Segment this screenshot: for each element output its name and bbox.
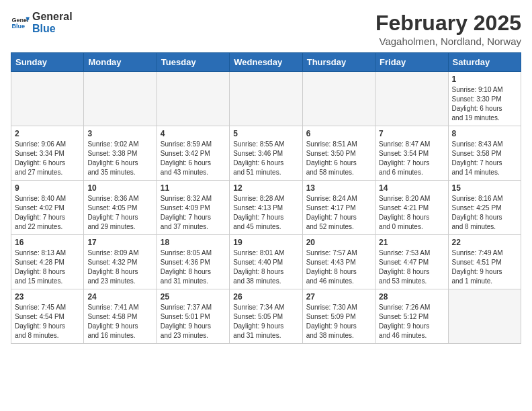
day-info: Sunrise: 8:09 AM Sunset: 4:32 PM Dayligh…: [87, 248, 152, 286]
day-number: 12: [233, 183, 298, 193]
calendar-cell: [448, 289, 521, 344]
day-info: Sunrise: 7:53 AM Sunset: 4:47 PM Dayligh…: [379, 248, 444, 286]
svg-text:Blue: Blue: [11, 23, 25, 30]
day-number: 20: [306, 238, 371, 247]
calendar-cell: 15Sunrise: 8:16 AM Sunset: 4:25 PM Dayli…: [448, 181, 521, 235]
day-number: 14: [379, 183, 444, 193]
week-row-2: 2Sunrise: 9:06 AM Sunset: 3:34 PM Daylig…: [11, 126, 521, 181]
calendar-cell: 11Sunrise: 8:32 AM Sunset: 4:09 PM Dayli…: [157, 181, 229, 235]
header: General Blue General Blue February 2025 …: [11, 11, 521, 47]
calendar-cell: 16Sunrise: 8:13 AM Sunset: 4:28 PM Dayli…: [11, 235, 84, 289]
calendar-cell: 18Sunrise: 8:05 AM Sunset: 4:36 PM Dayli…: [157, 235, 229, 289]
day-info: Sunrise: 8:51 AM Sunset: 3:50 PM Dayligh…: [306, 140, 371, 177]
calendar-cell: 13Sunrise: 8:24 AM Sunset: 4:17 PM Dayli…: [302, 181, 375, 235]
day-number: 24: [87, 292, 152, 302]
calendar-cell: 7Sunrise: 8:47 AM Sunset: 3:54 PM Daylig…: [375, 126, 448, 181]
calendar-cell: 1Sunrise: 9:10 AM Sunset: 3:30 PM Daylig…: [448, 72, 521, 126]
day-info: Sunrise: 8:05 AM Sunset: 4:36 PM Dayligh…: [161, 248, 226, 286]
calendar-cell: [157, 72, 229, 126]
day-number: 17: [87, 238, 152, 247]
day-info: Sunrise: 8:55 AM Sunset: 3:46 PM Dayligh…: [233, 140, 298, 177]
day-info: Sunrise: 8:28 AM Sunset: 4:13 PM Dayligh…: [233, 194, 298, 232]
calendar-cell: 21Sunrise: 7:53 AM Sunset: 4:47 PM Dayli…: [375, 235, 448, 289]
day-info: Sunrise: 7:37 AM Sunset: 5:01 PM Dayligh…: [161, 303, 226, 340]
day-info: Sunrise: 9:10 AM Sunset: 3:30 PM Dayligh…: [452, 85, 517, 123]
month-title: February 2025: [375, 11, 521, 36]
day-number: 9: [15, 183, 80, 193]
day-number: 19: [233, 238, 298, 247]
day-number: 15: [452, 183, 517, 193]
week-row-5: 23Sunrise: 7:45 AM Sunset: 4:54 PM Dayli…: [11, 289, 521, 344]
day-number: 5: [233, 129, 298, 138]
day-number: 2: [15, 129, 80, 138]
day-info: Sunrise: 7:30 AM Sunset: 5:09 PM Dayligh…: [306, 303, 371, 340]
day-info: Sunrise: 8:32 AM Sunset: 4:09 PM Dayligh…: [161, 194, 226, 232]
calendar-cell: 24Sunrise: 7:41 AM Sunset: 4:58 PM Dayli…: [84, 289, 157, 344]
calendar-cell: 10Sunrise: 8:36 AM Sunset: 4:05 PM Dayli…: [84, 181, 157, 235]
week-row-4: 16Sunrise: 8:13 AM Sunset: 4:28 PM Dayli…: [11, 235, 521, 289]
day-info: Sunrise: 9:02 AM Sunset: 3:38 PM Dayligh…: [87, 140, 152, 177]
day-number: 18: [161, 238, 226, 247]
day-number: 28: [379, 292, 444, 302]
day-info: Sunrise: 8:24 AM Sunset: 4:17 PM Dayligh…: [306, 194, 371, 232]
title-area: February 2025 Vagaholmen, Nordland, Norw…: [375, 11, 521, 47]
calendar-cell: 2Sunrise: 9:06 AM Sunset: 3:34 PM Daylig…: [11, 126, 84, 181]
day-number: 22: [452, 238, 517, 247]
day-info: Sunrise: 8:36 AM Sunset: 4:05 PM Dayligh…: [87, 194, 152, 232]
logo: General Blue General Blue: [11, 11, 73, 34]
day-of-week-wednesday: Wednesday: [230, 53, 302, 72]
day-number: 16: [15, 238, 80, 247]
day-of-week-saturday: Saturday: [448, 53, 521, 72]
calendar-cell: 20Sunrise: 7:57 AM Sunset: 4:43 PM Dayli…: [302, 235, 375, 289]
day-number: 25: [161, 292, 226, 302]
calendar-cell: 8Sunrise: 8:43 AM Sunset: 3:58 PM Daylig…: [448, 126, 521, 181]
calendar-cell: 14Sunrise: 8:20 AM Sunset: 4:21 PM Dayli…: [375, 181, 448, 235]
calendar-cell: 26Sunrise: 7:34 AM Sunset: 5:05 PM Dayli…: [230, 289, 302, 344]
calendar-cell: 17Sunrise: 8:09 AM Sunset: 4:32 PM Dayli…: [84, 235, 157, 289]
day-info: Sunrise: 9:06 AM Sunset: 3:34 PM Dayligh…: [15, 140, 80, 177]
day-number: 3: [87, 129, 152, 138]
calendar-cell: [11, 72, 84, 126]
day-number: 21: [379, 238, 444, 247]
calendar-cell: [84, 72, 157, 126]
day-number: 26: [233, 292, 298, 302]
day-info: Sunrise: 7:45 AM Sunset: 4:54 PM Dayligh…: [15, 303, 80, 340]
calendar-cell: 6Sunrise: 8:51 AM Sunset: 3:50 PM Daylig…: [302, 126, 375, 181]
day-info: Sunrise: 8:01 AM Sunset: 4:40 PM Dayligh…: [233, 248, 298, 286]
day-info: Sunrise: 8:59 AM Sunset: 3:42 PM Dayligh…: [161, 140, 226, 177]
day-number: 6: [306, 129, 371, 138]
day-info: Sunrise: 8:13 AM Sunset: 4:28 PM Dayligh…: [15, 248, 80, 286]
calendar-cell: 23Sunrise: 7:45 AM Sunset: 4:54 PM Dayli…: [11, 289, 84, 344]
day-number: 10: [87, 183, 152, 193]
calendar-cell: 22Sunrise: 7:49 AM Sunset: 4:51 PM Dayli…: [448, 235, 521, 289]
day-number: 13: [306, 183, 371, 193]
day-number: 7: [379, 129, 444, 138]
calendar-table: SundayMondayTuesdayWednesdayThursdayFrid…: [11, 52, 521, 344]
calendar-cell: 3Sunrise: 9:02 AM Sunset: 3:38 PM Daylig…: [84, 126, 157, 181]
day-info: Sunrise: 7:41 AM Sunset: 4:58 PM Dayligh…: [87, 303, 152, 340]
day-number: 4: [161, 129, 226, 138]
day-info: Sunrise: 8:43 AM Sunset: 3:58 PM Dayligh…: [452, 140, 517, 177]
calendar-cell: [302, 72, 375, 126]
calendar-cell: 27Sunrise: 7:30 AM Sunset: 5:09 PM Dayli…: [302, 289, 375, 344]
day-of-week-tuesday: Tuesday: [157, 53, 229, 72]
calendar-cell: 5Sunrise: 8:55 AM Sunset: 3:46 PM Daylig…: [230, 126, 302, 181]
day-of-week-monday: Monday: [84, 53, 157, 72]
day-of-week-friday: Friday: [375, 53, 448, 72]
day-info: Sunrise: 8:16 AM Sunset: 4:25 PM Dayligh…: [452, 194, 517, 232]
location-title: Vagaholmen, Nordland, Norway: [375, 36, 521, 47]
week-row-3: 9Sunrise: 8:40 AM Sunset: 4:02 PM Daylig…: [11, 181, 521, 235]
calendar-cell: 4Sunrise: 8:59 AM Sunset: 3:42 PM Daylig…: [157, 126, 229, 181]
day-info: Sunrise: 7:57 AM Sunset: 4:43 PM Dayligh…: [306, 248, 371, 286]
calendar-cell: 25Sunrise: 7:37 AM Sunset: 5:01 PM Dayli…: [157, 289, 229, 344]
day-info: Sunrise: 8:20 AM Sunset: 4:21 PM Dayligh…: [379, 194, 444, 232]
day-info: Sunrise: 7:49 AM Sunset: 4:51 PM Dayligh…: [452, 248, 517, 286]
calendar-cell: 12Sunrise: 8:28 AM Sunset: 4:13 PM Dayli…: [230, 181, 302, 235]
logo-icon: General Blue: [11, 13, 30, 32]
days-of-week-row: SundayMondayTuesdayWednesdayThursdayFrid…: [11, 53, 521, 72]
day-number: 27: [306, 292, 371, 302]
calendar-cell: [230, 72, 302, 126]
day-info: Sunrise: 8:40 AM Sunset: 4:02 PM Dayligh…: [15, 194, 80, 232]
day-number: 8: [452, 129, 517, 138]
day-of-week-thursday: Thursday: [302, 53, 375, 72]
